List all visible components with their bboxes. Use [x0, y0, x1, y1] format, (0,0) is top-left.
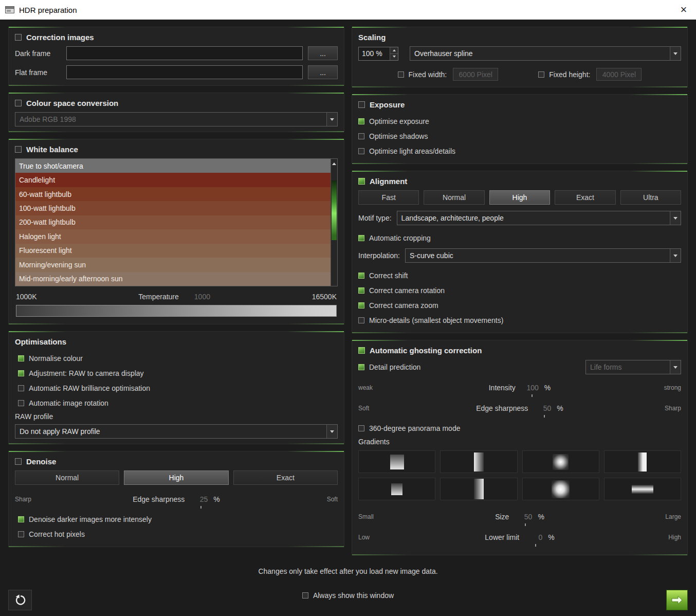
dialog-footer: Changes only take effect after you load … — [0, 562, 696, 616]
gradient-horizontal-band — [632, 485, 653, 494]
check-optimise-light-areas[interactable]: Optimise light areas/details — [358, 143, 681, 158]
check-fixed-width[interactable]: Fixed width: — [398, 67, 447, 82]
white-balance-option[interactable]: 60-watt lightbulb — [15, 187, 331, 201]
dialog-body: Correction images Dark frame ... Flat fr… — [0, 20, 696, 562]
section-denoise: Denoise Normal High Exact Sharp Edge sha… — [8, 451, 344, 547]
correction-images-checkbox[interactable] — [15, 34, 22, 41]
check-correct-shift[interactable]: Correct shift — [358, 268, 681, 283]
alignment-mode-normal[interactable]: Normal — [424, 190, 484, 205]
spinner-down-button[interactable] — [390, 54, 398, 60]
interpolation-select[interactable]: S-curve cubic — [405, 248, 681, 263]
denoise-edge-sharpness-value[interactable]: 25 — [189, 494, 209, 504]
check-automatic-image-rotation[interactable]: Automatic image rotation — [15, 395, 338, 410]
colour-space-checkbox[interactable] — [15, 100, 22, 106]
section-title-denoise: Denoise — [26, 457, 56, 466]
scaling-method-select[interactable]: Overhauser spline — [410, 46, 681, 61]
gradient-thumb-5[interactable] — [358, 478, 435, 500]
white-balance-scrollbar[interactable] — [331, 159, 337, 286]
scroll-up-icon[interactable] — [332, 160, 336, 165]
gradient-square-vertical-small — [391, 483, 402, 495]
chevron-down-icon — [670, 360, 681, 374]
arrow-right-icon — [670, 594, 684, 606]
check-normalise-colour[interactable]: Normalise colour — [15, 351, 338, 366]
check-optimise-shadows[interactable]: Optimise shadows — [358, 129, 681, 143]
exposure-checkbox[interactable] — [358, 101, 365, 108]
raw-profile-select[interactable]: Do not apply RAW profile — [15, 424, 338, 439]
lower-limit-value[interactable]: 0 — [524, 532, 543, 542]
section-title-ghosting: Automatic ghosting correction — [370, 346, 482, 355]
gradient-thumb-2[interactable] — [440, 450, 517, 473]
denoise-mode-exact[interactable]: Exact — [233, 470, 338, 485]
white-balance-option[interactable]: Fluorescent light — [15, 244, 331, 258]
close-button[interactable]: × — [671, 0, 696, 20]
check-raw-brilliance-optimisation[interactable]: Automatic RAW brilliance optimisation — [15, 381, 338, 395]
check-raw-to-camera-display[interactable]: Adjustment: RAW to camera display — [15, 366, 338, 381]
denoise-mode-normal[interactable]: Normal — [15, 470, 119, 485]
checkbox-icon — [358, 148, 364, 154]
checkbox-icon — [18, 531, 24, 537]
motif-type-select[interactable]: Landscape, architecture, people — [397, 211, 681, 225]
checkbox-icon — [358, 425, 364, 431]
section-correction-images: Correction images Dark frame ... Flat fr… — [8, 27, 344, 86]
white-balance-option[interactable]: Morning/evening sun — [15, 258, 331, 271]
size-slider: Small Size 50 % Large — [358, 509, 681, 525]
white-balance-option[interactable]: 200-watt lightbulb — [15, 215, 331, 229]
check-always-show-window[interactable]: Always show this window — [302, 588, 394, 603]
undo-button[interactable] — [8, 590, 32, 610]
white-balance-option[interactable]: Mid-morning/early afternoon sun — [15, 272, 331, 286]
white-balance-checkbox[interactable] — [15, 146, 22, 153]
slider-max-label: High — [638, 534, 681, 541]
temperature-gradient-slider[interactable] — [16, 305, 337, 317]
colour-space-select[interactable]: Adobe RGB 1998 — [15, 112, 338, 126]
alignment-mode-high[interactable]: High — [489, 190, 550, 205]
gradient-thumb-3[interactable] — [522, 450, 599, 473]
next-button[interactable] — [666, 590, 688, 610]
dark-frame-input[interactable] — [66, 46, 303, 60]
spinner-up-button[interactable] — [390, 47, 398, 54]
scaling-percent-spinner[interactable]: 100 % — [358, 47, 398, 61]
check-optimise-exposure[interactable]: Optimise exposure — [358, 114, 681, 129]
check-correct-camera-rotation[interactable]: Correct camera rotation — [358, 283, 681, 298]
temperature-value[interactable]: 1000 — [194, 293, 210, 301]
ghost-edge-sharpness-value[interactable]: 50 — [533, 403, 552, 413]
flat-frame-input[interactable] — [66, 65, 303, 79]
gradient-thumb-6[interactable] — [440, 478, 517, 500]
check-correct-hot-pixels[interactable]: Correct hot pixels — [15, 527, 338, 541]
intensity-value[interactable]: 100 — [520, 383, 540, 393]
slider-label: Intensity — [489, 384, 516, 392]
check-correct-camera-zoom[interactable]: Correct camera zoom — [358, 298, 681, 313]
check-360-panorama-mode[interactable]: 360-degree panorama mode — [358, 421, 681, 436]
check-automatic-cropping[interactable]: Automatic cropping — [358, 230, 681, 245]
dark-frame-browse-button[interactable]: ... — [308, 46, 338, 60]
alignment-mode-ultra[interactable]: Ultra — [620, 190, 681, 205]
flat-frame-browse-button[interactable]: ... — [308, 65, 338, 79]
slider-label: Edge sharpness — [476, 404, 528, 412]
section-title-scaling: Scaling — [358, 33, 386, 42]
slider-unit: % — [213, 495, 219, 503]
fixed-height-input[interactable]: 4000 Pixel — [596, 68, 642, 81]
alignment-checkbox[interactable] — [358, 178, 365, 185]
denoise-mode-high[interactable]: High — [124, 470, 228, 485]
gradient-thumb-1[interactable] — [358, 450, 435, 473]
alignment-mode-fast[interactable]: Fast — [358, 190, 419, 205]
white-balance-option[interactable]: Halogen light — [15, 229, 331, 243]
check-detail-prediction[interactable]: Detail prediction — [358, 359, 420, 374]
check-denoise-darker-images[interactable]: Denoise darker images more intensely — [15, 512, 338, 527]
check-fixed-height[interactable]: Fixed height: — [538, 67, 590, 82]
gradient-thumb-4[interactable] — [604, 450, 681, 473]
section-ghosting-correction: Automatic ghosting correction Detail pre… — [352, 340, 688, 555]
check-micro-details[interactable]: Micro-details (smallest object movements… — [358, 313, 681, 328]
gradient-thumb-7[interactable] — [522, 478, 599, 500]
life-forms-select[interactable]: Life forms — [585, 360, 681, 374]
check-label: Fixed width: — [409, 70, 447, 79]
alignment-mode-exact[interactable]: Exact — [555, 190, 615, 205]
scrollbar-thumb[interactable] — [332, 180, 337, 240]
white-balance-option[interactable]: Candlelight — [15, 173, 331, 187]
size-value[interactable]: 50 — [514, 512, 533, 522]
denoise-checkbox[interactable] — [15, 458, 22, 465]
ghosting-correction-checkbox[interactable] — [358, 347, 365, 354]
fixed-width-input[interactable]: 6000 Pixel — [453, 68, 498, 81]
white-balance-option[interactable]: 100-watt lightbulb — [15, 201, 331, 215]
white-balance-option[interactable]: True to shot/camera — [15, 159, 331, 173]
gradient-thumb-8[interactable] — [604, 478, 681, 500]
